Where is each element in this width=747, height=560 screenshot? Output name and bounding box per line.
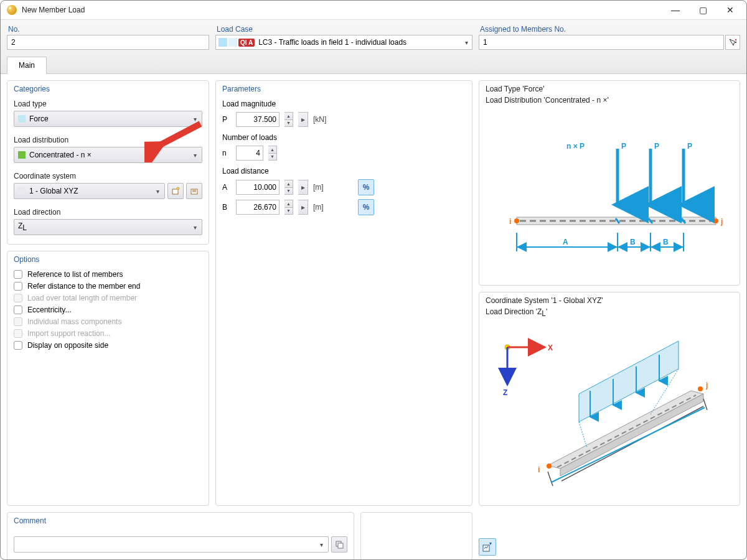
- close-button[interactable]: ✕: [716, 1, 744, 19]
- comment-title: Comment: [14, 516, 347, 525]
- option-eccentricity[interactable]: Eccentricity...: [14, 306, 202, 314]
- loadcase-color-a: [218, 38, 227, 47]
- loadcase-value: LC3 - Traffic loads in field 1 - individ…: [258, 38, 406, 47]
- svg-point-3: [177, 187, 179, 190]
- magnitude-unit: [kN]: [313, 115, 332, 124]
- b-spinner[interactable]: ▲▼: [284, 200, 293, 215]
- option-refer-distance[interactable]: Refer distance to the member end: [14, 282, 202, 291]
- comment-input[interactable]: ▾: [14, 536, 329, 553]
- b-slider-button[interactable]: ▸: [298, 200, 308, 215]
- svg-text:P: P: [654, 142, 659, 151]
- tab-main[interactable]: Main: [7, 57, 47, 74]
- svg-text:X: X: [548, 343, 553, 352]
- cursor-select-icon: [728, 38, 737, 47]
- chevron-down-icon: ▾: [465, 39, 468, 46]
- number-input[interactable]: [236, 146, 263, 161]
- diagram2-line2: Load Direction 'ZL': [486, 307, 733, 319]
- svg-text:j: j: [720, 217, 723, 226]
- spin-up-icon: ▲: [268, 146, 276, 154]
- svg-text:Z: Z: [503, 388, 507, 397]
- comment-library-button[interactable]: [331, 536, 347, 553]
- window-title: New Member Load: [22, 6, 662, 14]
- a-spinner[interactable]: ▲▼: [284, 180, 293, 195]
- option-import-support: Import support reaction...: [14, 329, 202, 338]
- load-direction-dropdown[interactable]: ZL ▾: [14, 219, 202, 235]
- coordinate-system-value: 1 - Global XYZ: [29, 187, 78, 195]
- spin-up-icon: ▲: [284, 180, 293, 188]
- load-distribution-label: Load distribution: [14, 136, 202, 144]
- load-type-swatch: [18, 115, 26, 123]
- option-reference-list[interactable]: Reference to list of members: [14, 270, 202, 279]
- magnitude-label: Load magnitude: [222, 100, 276, 108]
- middle-spacer-panel: [360, 512, 472, 560]
- spin-down-icon: ▼: [284, 120, 293, 127]
- checkbox-icon: [14, 282, 22, 291]
- checkbox-icon: [14, 270, 22, 279]
- a-percent-button[interactable]: %: [358, 179, 374, 195]
- chevron-down-icon: ▾: [320, 541, 323, 548]
- spin-up-icon: ▲: [284, 113, 293, 120]
- loadcase-select[interactable]: QI A LC3 - Traffic loads in field 1 - in…: [215, 35, 472, 50]
- diagram1-line1: Load Type 'Force': [486, 85, 733, 95]
- option-display-opposite[interactable]: Display on opposite side: [14, 341, 202, 350]
- chevron-down-icon: ▾: [194, 116, 197, 123]
- load-distribution-swatch: [18, 151, 26, 159]
- slider-right-icon: ▸: [301, 203, 305, 212]
- svg-text:i: i: [509, 217, 511, 226]
- pick-members-button[interactable]: [725, 35, 740, 50]
- svg-rect-57: [338, 543, 343, 548]
- svg-rect-58: [483, 545, 489, 551]
- svg-text:B: B: [630, 238, 636, 246]
- diagram-coord-system: Coordinate System '1 - Global XYZ' Load …: [479, 292, 740, 506]
- a-slider-button[interactable]: ▸: [298, 180, 308, 195]
- assigned-input[interactable]: [479, 35, 724, 50]
- number-spinner[interactable]: ▲▼: [268, 146, 277, 161]
- chevron-down-icon: ▾: [194, 224, 197, 231]
- load-direction-value: ZL: [18, 222, 27, 232]
- magnitude-input[interactable]: [236, 112, 280, 127]
- svg-rect-2: [172, 189, 178, 194]
- svg-point-9: [514, 218, 519, 223]
- svg-point-10: [713, 218, 718, 223]
- diagram2-line1: Coordinate System '1 - Global XYZ': [486, 296, 733, 306]
- spin-down-icon: ▼: [284, 208, 293, 215]
- load-distribution-dropdown[interactable]: Concentrated - n × ▾: [14, 147, 202, 163]
- no-input[interactable]: [7, 35, 209, 50]
- option-label: Individual mass components: [27, 317, 121, 326]
- b-percent-button[interactable]: %: [358, 199, 374, 215]
- option-label: Import support reaction...: [27, 329, 110, 338]
- new-coord-button[interactable]: [167, 183, 184, 199]
- diagram1-line2: Load Distribution 'Concentrated - n ×': [486, 96, 733, 106]
- loadcase-tag: QI A: [238, 39, 255, 47]
- diagram-settings-button[interactable]: [479, 538, 496, 556]
- edit-coord-button[interactable]: [186, 183, 202, 199]
- checkbox-icon: [14, 294, 22, 302]
- option-label: Display on opposite side: [27, 341, 108, 350]
- load-type-value: Force: [29, 114, 49, 123]
- percent-icon: %: [363, 203, 370, 212]
- coordinate-system-dropdown[interactable]: 1 - Global XYZ ▾: [14, 183, 165, 199]
- coord-diagram-svg: X Z i j: [486, 325, 728, 500]
- a-input[interactable]: [236, 180, 280, 195]
- coord-swatch: [18, 187, 26, 195]
- spin-up-icon: ▲: [284, 200, 293, 208]
- magnitude-spinner[interactable]: ▲▼: [284, 112, 293, 127]
- categories-title: Categories: [14, 85, 202, 93]
- load-type-dropdown[interactable]: Force ▾: [14, 111, 202, 127]
- diagram-settings-icon: [482, 542, 492, 552]
- load-distribution-value: Concentrated - n ×: [29, 151, 92, 159]
- svg-marker-38: [548, 391, 703, 469]
- diagram-load-type: Load Type 'Force' Load Distribution 'Con…: [479, 80, 740, 286]
- option-label: Load over total length of member: [27, 294, 137, 302]
- number-symbol: n: [222, 149, 231, 157]
- minimize-button[interactable]: —: [662, 1, 689, 19]
- copy-icon: [335, 540, 344, 549]
- assigned-label: Assigned to Members No.: [479, 25, 740, 34]
- maximize-button[interactable]: ▢: [689, 1, 716, 19]
- title-bar: New Member Load — ▢ ✕: [1, 1, 746, 20]
- loadcase-color-b: [228, 38, 237, 47]
- b-input[interactable]: [236, 200, 280, 215]
- slider-right-icon: ▸: [301, 115, 305, 124]
- magnitude-slider-button[interactable]: ▸: [298, 112, 308, 127]
- b-symbol: B: [222, 203, 231, 212]
